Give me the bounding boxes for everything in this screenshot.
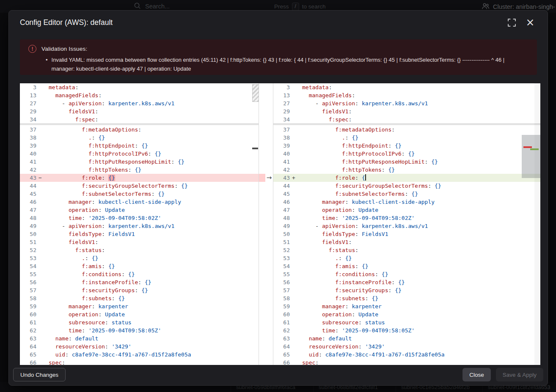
diff-revert-arrow-button[interactable]: →: [265, 174, 273, 182]
code-text[interactable]: f:httpPutResponseHopLimit: {}: [297, 158, 438, 166]
code-line[interactable]: 63 name: default: [20, 334, 259, 343]
code-line[interactable]: 29 fieldsV1:: [273, 107, 540, 115]
code-text[interactable]: f:conditions: {}: [44, 270, 135, 278]
code-line[interactable]: 34 f:spec:: [273, 115, 540, 123]
code-line[interactable]: 44 f:securityGroupSelectorTerms: {}: [273, 182, 540, 190]
code-text[interactable]: time: '2025-09-04T09:58:05Z': [297, 326, 415, 334]
code-text[interactable]: f:httpEndpoint: {}: [44, 142, 148, 150]
code-line[interactable]: 13 managedFields:: [20, 91, 259, 99]
code-line[interactable]: 47 operation: Update: [20, 206, 259, 214]
code-text[interactable]: managedFields:: [297, 91, 355, 99]
code-line[interactable]: 55 f:conditions: {}: [273, 270, 540, 278]
code-text[interactable]: fieldsV1:: [297, 238, 352, 246]
code-text[interactable]: f:conditions: {}: [297, 270, 388, 278]
code-text[interactable]: f:securityGroups: {}: [44, 286, 148, 294]
code-text[interactable]: .: {}: [44, 134, 105, 142]
code-text[interactable]: f:spec:: [297, 115, 352, 123]
code-line[interactable]: 43+ f:role: {: [273, 174, 540, 182]
code-line[interactable]: 59 manager: karpenter: [20, 302, 259, 310]
code-text[interactable]: - apiVersion: karpenter.k8s.aws/v1: [297, 222, 428, 230]
code-text[interactable]: managedFields:: [44, 91, 102, 99]
code-text[interactable]: f:securityGroups: {}: [297, 286, 402, 294]
code-line[interactable]: 37 f:metadataOptions:: [273, 126, 540, 134]
code-text[interactable]: f:subnetSelectorTerms: {}: [297, 190, 418, 198]
code-text[interactable]: spec:: [44, 359, 65, 365]
code-text[interactable]: name: default: [44, 334, 98, 343]
code-line[interactable]: 34 f:spec:: [20, 115, 259, 123]
code-text[interactable]: time: '2025-09-04T09:58:02Z': [297, 214, 415, 222]
code-text[interactable]: manager: karpenter: [44, 302, 128, 310]
code-line[interactable]: 60 operation: Update: [273, 310, 540, 318]
code-text[interactable]: metadata:: [44, 83, 78, 91]
code-line[interactable]: 39 f:httpEndpoint: {}: [20, 142, 259, 150]
code-line[interactable]: 54 f:amis: {}: [273, 262, 540, 270]
code-line[interactable]: 42 f:httpTokens: {}: [20, 166, 259, 174]
code-text[interactable]: f:httpTokens: {}: [297, 166, 395, 174]
code-text[interactable]: fieldsV1:: [297, 107, 352, 115]
code-line[interactable]: 49 - apiVersion: karpenter.k8s.aws/v1: [273, 222, 540, 230]
code-line[interactable]: 50 fieldsType: FieldsV1: [273, 230, 540, 238]
code-text[interactable]: subresource: status: [44, 318, 132, 326]
code-line[interactable]: 59 manager: karpenter: [273, 302, 540, 310]
code-line[interactable]: 53 .: {}: [273, 254, 540, 262]
code-line[interactable]: 51 fieldsV1:: [273, 238, 540, 246]
code-line[interactable]: 40 f:httpProtocolIPv6: {}: [273, 150, 540, 158]
code-line[interactable]: 66spec:: [20, 359, 259, 365]
code-line[interactable]: 41 f:httpPutResponseHopLimit: {}: [20, 158, 259, 166]
code-line[interactable]: 53 .: {}: [20, 254, 259, 262]
code-text[interactable]: f:status:: [297, 246, 358, 254]
code-text[interactable]: fieldsV1:: [44, 107, 98, 115]
code-line[interactable]: 62 time: '2025-09-04T09:58:05Z': [273, 326, 540, 334]
code-line[interactable]: 27 - apiVersion: karpenter.k8s.aws/v1: [273, 99, 540, 107]
code-line[interactable]: 64 resourceVersion: '3429': [20, 343, 259, 351]
code-text[interactable]: manager: kubectl-client-side-apply: [44, 198, 181, 206]
code-text[interactable]: uid: c8afe97e-38cc-4f91-a767-d15f2a8fe05…: [44, 351, 191, 359]
code-line[interactable]: 46 manager: kubectl-client-side-apply: [273, 198, 540, 206]
code-line[interactable]: 65 uid: c8afe97e-38cc-4f91-a767-d15f2a8f…: [273, 351, 540, 359]
code-line[interactable]: 58 f:subnets: {}: [273, 294, 540, 302]
code-line[interactable]: 44 f:securityGroupSelectorTerms: {}: [20, 182, 259, 190]
code-text[interactable]: f:httpTokens: {}: [44, 166, 141, 174]
code-line[interactable]: 13 managedFields:: [273, 91, 540, 99]
code-text[interactable]: f:httpProtocolIPv6: {}: [297, 150, 415, 158]
code-text[interactable]: operation: Update: [44, 206, 125, 214]
code-text[interactable]: - apiVersion: karpenter.k8s.aws/v1: [44, 222, 174, 230]
code-line[interactable]: 45 f:subnetSelectorTerms: {}: [20, 190, 259, 198]
code-line[interactable]: 38 .: {}: [273, 134, 540, 142]
code-text[interactable]: fieldsType: FieldsV1: [297, 230, 388, 238]
save-apply-button[interactable]: Save & Apply: [496, 368, 543, 381]
code-line[interactable]: 57 f:securityGroups: {}: [273, 286, 540, 294]
code-text[interactable]: time: '2025-09-04T09:58:02Z': [44, 214, 161, 222]
code-text[interactable]: fieldsV1:: [44, 238, 98, 246]
code-text[interactable]: .: {}: [44, 254, 98, 262]
code-text[interactable]: resourceVersion: '3429': [297, 343, 385, 351]
code-text[interactable]: name: default: [297, 334, 352, 343]
diff-right-pane[interactable]: 3metadata:13 managedFields:27 - apiVersi…: [273, 83, 540, 365]
code-line[interactable]: 52 f:status:: [273, 246, 540, 254]
code-line[interactable]: 60 operation: Update: [20, 310, 259, 318]
code-line[interactable]: 58 f:subnets: {}: [20, 294, 259, 302]
code-line[interactable]: 54 f:amis: {}: [20, 262, 259, 270]
code-text[interactable]: manager: kubectl-client-side-apply: [297, 198, 435, 206]
code-line[interactable]: 3metadata:: [273, 83, 540, 91]
code-line[interactable]: 47 operation: Update: [273, 206, 540, 214]
code-line[interactable]: 51 fieldsV1:: [20, 238, 259, 246]
code-text[interactable]: f:instanceProfile: {}: [44, 278, 151, 286]
code-line[interactable]: 27 - apiVersion: karpenter.k8s.aws/v1: [20, 99, 259, 107]
code-line[interactable]: 61 subresource: status: [273, 318, 540, 326]
code-text[interactable]: f:amis: {}: [297, 262, 369, 270]
undo-changes-button[interactable]: Undo Changes: [13, 368, 66, 381]
code-line[interactable]: 65 uid: c8afe97e-38cc-4f91-a767-d15f2a8f…: [20, 351, 259, 359]
code-line[interactable]: 57 f:securityGroups: {}: [20, 286, 259, 294]
code-text[interactable]: f:securityGroupSelectorTerms: {}: [297, 182, 441, 190]
code-text[interactable]: operation: Update: [44, 310, 125, 318]
code-text[interactable]: f:subnets: {}: [297, 294, 378, 302]
code-text[interactable]: f:status:: [44, 246, 105, 254]
code-line[interactable]: 43− f:role: {}: [20, 174, 259, 182]
code-text[interactable]: f:role: {: [297, 174, 366, 182]
code-text[interactable]: f:httpEndpoint: {}: [297, 142, 402, 150]
code-text[interactable]: f:subnets: {}: [44, 294, 125, 302]
diff-left-pane[interactable]: 3metadata:13 managedFields:27 - apiVersi…: [20, 83, 259, 365]
code-line[interactable]: 45 f:subnetSelectorTerms: {}: [273, 190, 540, 198]
close-button[interactable]: Close: [462, 368, 491, 381]
